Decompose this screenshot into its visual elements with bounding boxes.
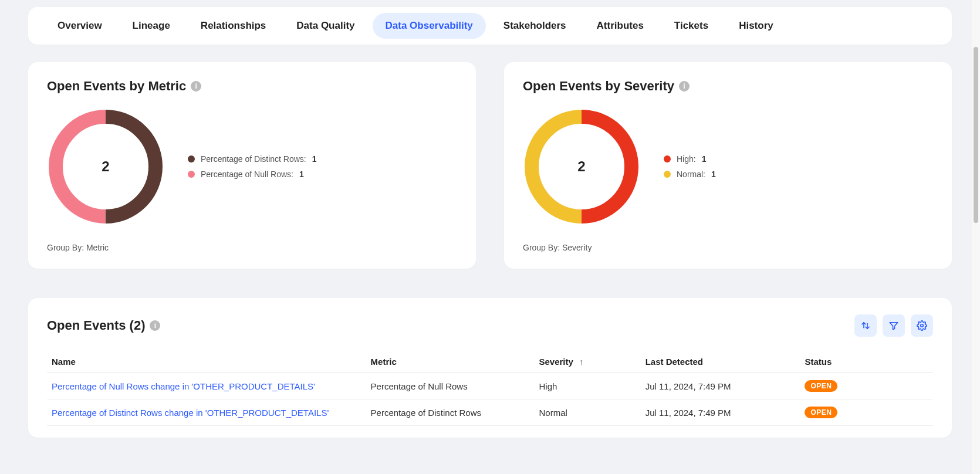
legend-value: 1 (299, 170, 304, 179)
event-severity: Normal (534, 399, 640, 426)
table-header-row: NameMetricSeverity↑Last DetectedStatus (47, 351, 933, 373)
sort-arrows-icon (860, 320, 871, 331)
filter-button[interactable] (883, 314, 905, 337)
legend-dot-icon (188, 155, 195, 162)
event-status: OPEN (800, 399, 933, 426)
donut-center-value: 2 (523, 108, 640, 225)
legend-item: Percentage of Null Rows: 1 (188, 170, 317, 179)
status-badge: OPEN (805, 380, 837, 392)
tab-history[interactable]: History (726, 13, 786, 39)
event-severity: High (534, 373, 640, 399)
legend-label: Normal: (677, 170, 705, 179)
tabs-bar: OverviewLineageRelationshipsData Quality… (28, 7, 952, 45)
tab-attributes[interactable]: Attributes (584, 13, 657, 39)
card-title: Open Events by Severity i (523, 79, 690, 94)
legend-item: Normal: 1 (664, 170, 716, 179)
event-last-detected: Jul 11, 2024, 7:49 PM (641, 399, 800, 426)
group-by-label: Group By: Metric (47, 243, 457, 252)
sort-button[interactable] (854, 314, 877, 337)
svg-point-4 (921, 324, 924, 327)
table-row: Percentage of Null Rows change in 'OTHER… (47, 373, 933, 399)
event-status: OPEN (800, 373, 933, 399)
legend-dot-icon (664, 155, 671, 162)
column-header-status[interactable]: Status (800, 351, 933, 373)
tab-data-observability[interactable]: Data Observability (373, 13, 486, 39)
scrollbar-track (972, 0, 980, 461)
open-events-table: NameMetricSeverity↑Last DetectedStatus P… (47, 351, 933, 426)
legend-label: High: (677, 154, 696, 164)
tab-tickets[interactable]: Tickets (661, 13, 721, 39)
donut-center-value: 2 (47, 108, 164, 225)
settings-button[interactable] (911, 314, 933, 337)
card-title-text: Open Events by Severity (523, 79, 674, 94)
open-events-by-severity-card: Open Events by Severity i 2 High: 1Norma… (504, 62, 952, 269)
status-badge: OPEN (805, 407, 837, 418)
legend-item: High: 1 (664, 154, 716, 164)
scrollbar-thumb[interactable] (974, 47, 978, 223)
event-name-link[interactable]: Percentage of Null Rows change in 'OTHER… (47, 373, 366, 399)
table-title-text: Open Events (2) (47, 318, 145, 333)
open-events-by-metric-card: Open Events by Metric i 2 Percentage of … (28, 62, 476, 269)
table-action-buttons (854, 314, 933, 337)
info-icon[interactable]: i (679, 81, 690, 92)
column-header-name[interactable]: Name (47, 351, 366, 373)
event-name-link[interactable]: Percentage of Distinct Rows change in 'O… (47, 399, 366, 426)
charts-row: Open Events by Metric i 2 Percentage of … (28, 62, 952, 269)
severity-donut-chart: 2 (523, 108, 640, 225)
legend-label: Percentage of Null Rows: (201, 170, 293, 179)
gear-icon (917, 320, 927, 331)
metric-legend: Percentage of Distinct Rows: 1Percentage… (188, 148, 317, 185)
tab-relationships[interactable]: Relationships (188, 13, 279, 39)
open-events-table-card: Open Events (2) i NameMetricSeverity↑Las… (28, 298, 952, 438)
tab-lineage[interactable]: Lineage (120, 13, 183, 39)
event-last-detected: Jul 11, 2024, 7:49 PM (641, 373, 800, 399)
table-row: Percentage of Distinct Rows change in 'O… (47, 399, 933, 426)
column-header-severity[interactable]: Severity↑ (534, 351, 640, 373)
legend-label: Percentage of Distinct Rows: (201, 154, 306, 164)
tab-overview[interactable]: Overview (45, 13, 115, 39)
event-metric: Percentage of Distinct Rows (366, 399, 535, 426)
legend-dot-icon (664, 171, 671, 178)
tab-data-quality[interactable]: Data Quality (283, 13, 367, 39)
column-header-metric[interactable]: Metric (366, 351, 535, 373)
legend-value: 1 (702, 154, 707, 164)
tab-stakeholders[interactable]: Stakeholders (491, 13, 579, 39)
sort-ascending-icon: ↑ (579, 357, 584, 367)
card-title-text: Open Events by Metric (47, 79, 186, 94)
column-header-last-detected[interactable]: Last Detected (641, 351, 800, 373)
legend-value: 1 (312, 154, 317, 164)
legend-dot-icon (188, 171, 195, 178)
card-title: Open Events by Metric i (47, 79, 201, 94)
severity-legend: High: 1Normal: 1 (664, 148, 716, 185)
table-title: Open Events (2) i (47, 318, 160, 333)
group-by-label: Group By: Severity (523, 243, 933, 252)
legend-item: Percentage of Distinct Rows: 1 (188, 154, 317, 164)
filter-icon (888, 320, 899, 331)
info-icon[interactable]: i (150, 320, 160, 331)
legend-value: 1 (711, 170, 716, 179)
info-icon[interactable]: i (191, 81, 201, 92)
metric-donut-chart: 2 (47, 108, 164, 225)
event-metric: Percentage of Null Rows (366, 373, 535, 399)
